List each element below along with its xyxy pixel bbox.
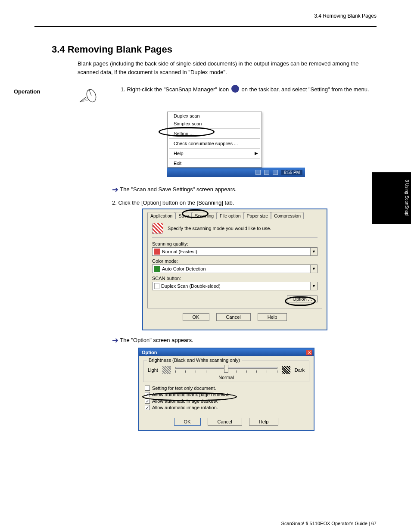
dropdown-arrow-icon: ▼ [310,282,317,290]
menu-duplex-scan[interactable]: Duplex scan [168,112,262,120]
checkbox-icon: ✓ [145,398,150,404]
scanning-tab-pane: Specify the scanning mode you would like… [147,219,322,308]
brightness-group: Brightness (Black and White scanning onl… [143,361,309,382]
checkbox-icon: ✓ [145,392,150,397]
scan-button-label: SCAN button: [152,276,318,281]
step-2: 2. Click the [Option] button on the [Sca… [112,199,377,206]
scan-button-value: Duplex Scan (Double-sided) [161,283,221,289]
tab-application[interactable]: Application [147,212,175,219]
page-icon [154,283,159,289]
cancel-button[interactable]: Cancel [216,313,251,321]
tab-paper-size[interactable]: Paper size [244,212,271,219]
page-footer: ScanSnap! fi-5110EOX Operator's Guide | … [281,521,377,526]
step-1-tail: on the task bar, and select "Setting" fr… [242,86,369,93]
close-button[interactable]: ✕ [306,350,312,355]
intro-text: Blank pages (including the back side of … [78,59,368,76]
checkbox-icon [145,386,150,391]
arrow-icon: ➔ [112,336,118,345]
ok-button[interactable]: OK [183,313,209,321]
color-mode-select[interactable]: Auto Color Detection ▼ [152,264,318,273]
tab-file-option[interactable]: File option [217,212,243,219]
result-2-text: The "Option" screen appears. [120,337,193,343]
checkbox-deskew-label: Allow automatic image deskew. [152,398,218,404]
ok-button[interactable]: OK [174,418,201,426]
step-1-lead: 1. Right-click the "ScanSnap Manager" ic… [121,86,229,93]
checkbox-deskew[interactable]: ✓ Allow automatic image deskew. [145,398,308,404]
brightness-slider[interactable] [175,364,277,376]
dropdown-arrow-icon: ▼ [310,248,317,255]
scanning-quality-label: Scanning quality: [152,241,318,246]
menu-simplex-scan[interactable]: Simplex scan [168,120,262,128]
section-title: 3.4 Removing Blank Pages [52,44,377,55]
checkbox-rotation-label: Allow automatic image rotation. [152,405,218,410]
result-2: ➔ The "Option" screen appears. [112,336,377,345]
scan-button-select[interactable]: Duplex Scan (Double-sided) ▼ [152,282,318,290]
menu-help-label: Help [174,151,184,156]
settings-dialog: Application Save Scanning File option Pa… [142,208,327,330]
context-menu: Duplex scan Simplex scan Setting ... Che… [167,112,262,168]
color-icon [154,266,160,272]
taskbar: 6:55 PM [167,168,305,177]
option-titlebar: Option ✕ [139,348,314,356]
chapter-side-tab: 3 Using ScanSnap! [372,172,411,224]
checkbox-icon: ✓ [145,405,150,410]
menu-help[interactable]: Help ▶ [168,149,262,157]
tab-compression[interactable]: Compression [271,212,304,219]
brightness-group-title: Brightness (Black and White scanning onl… [147,358,242,363]
quality-icon [154,249,160,255]
pane-description: Specify the scanning mode you would like… [168,226,271,231]
submenu-arrow-icon: ▶ [255,151,258,156]
dropdown-arrow-icon: ▼ [310,265,317,273]
help-button[interactable]: Help [249,418,279,426]
checkbox-text-only[interactable]: Setting for text only document. [145,386,308,391]
context-menu-screenshot: Duplex scan Simplex scan Setting ... Che… [167,112,305,177]
footer-label: ScanSnap! fi-5110EOX Operator's Guide [281,521,367,526]
checkbox-blank-page-removal[interactable]: ✓ Allow automatic blank page removal. [145,392,308,397]
chapter-side-tab-label: 3 Using ScanSnap! [405,176,409,221]
tray-icon[interactable] [273,170,278,175]
cancel-button[interactable]: Cancel [208,418,242,426]
arrow-icon: ➔ [112,185,118,194]
light-label: Light [148,367,158,373]
result-1-text: The "Scan and Save Settings" screen appe… [120,186,237,193]
tray-icon-placeholder [231,85,239,93]
header-rule [34,26,377,27]
menu-exit[interactable]: Exit [168,159,262,167]
mouse-icon [78,85,108,108]
checkbox-rotation[interactable]: ✓ Allow automatic image rotation. [145,405,308,410]
scanning-quality-value: Normal (Fastest) [162,249,197,254]
running-head: 3.4 Removing Blank Pages [314,13,377,19]
dark-label: Dark [295,367,305,373]
result-1: ➔ The "Scan and Save Settings" screen ap… [112,185,377,194]
tab-save[interactable]: Save [175,212,192,219]
tray-icon[interactable] [264,170,269,175]
dark-pattern-icon [282,366,290,374]
slider-thumb[interactable] [224,365,228,373]
light-pattern-icon [162,366,171,374]
checkbox-text-only-label: Setting for text only document. [152,386,216,391]
scanning-quality-select[interactable]: Normal (Fastest) ▼ [152,247,318,256]
menu-check-supplies[interactable]: Check consumable supplies ... [168,140,262,147]
option-title: Option [140,350,157,355]
pane-icon [152,223,163,234]
tray-icon[interactable] [255,170,261,175]
taskbar-clock: 6:55 PM [281,170,302,175]
dialog-tabs: Application Save Scanning File option Pa… [147,212,322,219]
color-mode-value: Auto Color Detection [162,266,206,271]
step-1: 1. Right-click the "ScanSnap Manager" ic… [108,85,369,94]
option-dialog: Option ✕ Brightness (Black and White sca… [138,348,314,431]
help-button[interactable]: Help [258,313,287,321]
operation-label: Operation [14,88,40,95]
tab-scanning[interactable]: Scanning [192,212,217,219]
option-button[interactable]: Option ... [287,296,318,302]
color-mode-label: Color mode: [152,258,318,264]
page-number: 67 [371,521,377,526]
checkbox-blank-page-removal-label: Allow automatic blank page removal. [152,392,229,397]
menu-setting[interactable]: Setting ... [168,130,262,137]
